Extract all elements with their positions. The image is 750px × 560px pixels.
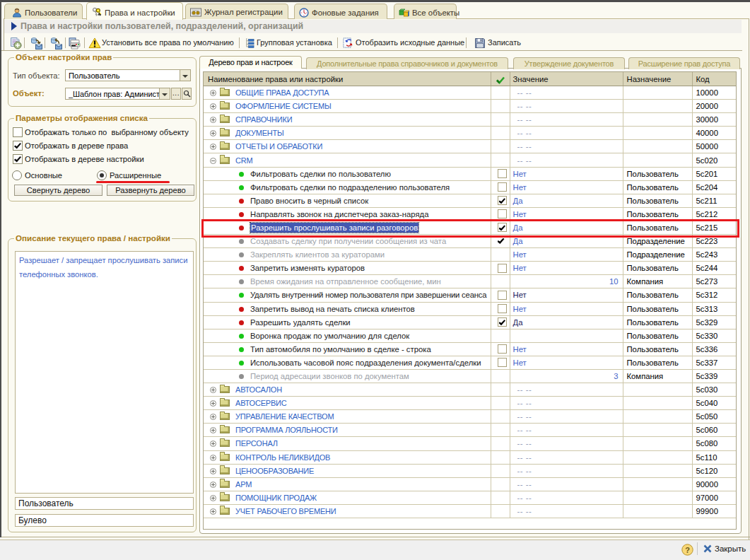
- svg-text:?: ?: [685, 546, 690, 554]
